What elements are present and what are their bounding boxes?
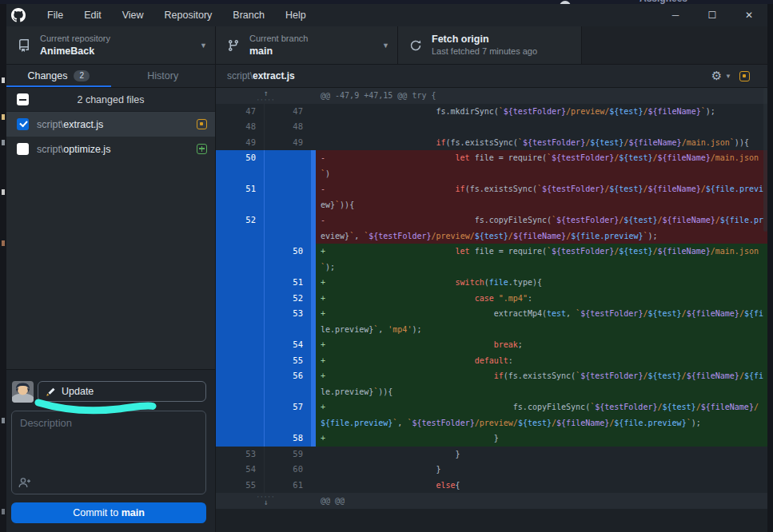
diff-line-marker: -	[321, 181, 325, 197]
diff-gutter-new-line-number[interactable]: 55	[264, 353, 311, 369]
diff-gutter-new-line-number[interactable]: 50	[264, 244, 311, 275]
diff-gutter-old-line-number[interactable]	[216, 275, 264, 291]
diff-gutter-old-line-number[interactable]: 48	[216, 119, 264, 135]
diff-gutter-new-line-number[interactable]: 51	[264, 275, 311, 291]
menu-file[interactable]: File	[37, 4, 74, 26]
diff-code-line: switch(file.type){	[321, 275, 767, 291]
diff-row[interactable]: 52+ case ".mp4":	[216, 291, 767, 307]
diff-code-line: `)	[321, 166, 767, 182]
diff-row[interactable]: 4747 fs.mkdirSync(`${testFolder}/preview…	[216, 104, 767, 120]
diff-gutter-new-line-number[interactable]: 60	[264, 462, 311, 478]
diff-code-cell: - if(fs.existsSync(`${testFolder}/${test…	[316, 181, 767, 212]
diff-options-caret-icon[interactable]: ▼	[725, 73, 731, 80]
minimize-button[interactable]: ─	[657, 4, 694, 26]
diff-gutter-old-line-number[interactable]: 50	[216, 150, 264, 181]
diff-gutter-old-line-number[interactable]	[216, 431, 264, 447]
diff-gutter-old-line-number[interactable]: 52	[216, 212, 264, 244]
diff-gutter-old-line-number[interactable]: 51	[216, 181, 264, 212]
diff-row[interactable]: 55+ default:	[216, 353, 767, 369]
diff-gutter-new-line-number[interactable]	[264, 181, 311, 212]
diff-row[interactable]: 57+ fs.copyFileSync(`${testFolder}/${tes…	[216, 399, 767, 431]
diff-gutter-new-line-number[interactable]: 47	[264, 104, 311, 120]
file-checkbox[interactable]	[17, 118, 29, 130]
current-branch-selector[interactable]: Current branch main ▼	[216, 26, 398, 64]
diff-gutter-old-line-number[interactable]	[216, 291, 264, 307]
diff-gutter-old-line-number[interactable]	[216, 244, 264, 275]
commit-summary-value: Update	[62, 386, 94, 397]
diff-gutter-new-line-number[interactable]: 61	[264, 478, 311, 494]
diff-gutter-new-line-number[interactable]: 54	[264, 337, 311, 353]
diff-gutter-new-line-number[interactable]: 49	[264, 135, 311, 151]
menu-help[interactable]: Help	[275, 4, 317, 26]
diff-row[interactable]: 52- fs.copyFileSync(`${testFolder}/${tes…	[216, 212, 767, 244]
diff-row[interactable]: 4949 if(fs.existsSync(`${testFolder}/${t…	[216, 135, 767, 151]
current-branch-label: Current branch	[249, 33, 308, 45]
diff-code-cell: + default:	[316, 353, 767, 369]
github-logo-icon	[11, 8, 26, 22]
tab-history[interactable]: History	[111, 65, 216, 87]
file-row-extract.js[interactable]: script\extract.js	[6, 112, 215, 137]
menu-branch[interactable]: Branch	[222, 4, 275, 26]
diff-gutter-new-line-number[interactable]	[264, 212, 311, 244]
diff-row[interactable]: 51- if(fs.existsSync(`${testFolder}/${te…	[216, 181, 767, 212]
expand-down-button[interactable]: ·····↓	[216, 493, 316, 509]
diff-row[interactable]: 53+ extractMp4(test, `${testFolder}/${te…	[216, 306, 767, 337]
diff-gutter-new-line-number[interactable]: 58	[264, 431, 311, 447]
diff-row[interactable]: 4848	[216, 119, 767, 135]
diff-gutter-old-line-number[interactable]: 47	[216, 104, 264, 120]
diff-code-cell: + fs.copyFileSync(`${testFolder}/${test}…	[316, 399, 767, 431]
diff-row[interactable]: 54+ break;	[216, 337, 767, 353]
diff-row[interactable]: ·····↓@@ @@	[216, 493, 767, 509]
tab-changes[interactable]: Changes 2	[6, 65, 111, 87]
commit-panel: Update Description Commit to main	[6, 369, 215, 532]
commit-description-textarea[interactable]: Description	[11, 411, 206, 494]
diff-options-gear-icon[interactable]: ⚙	[711, 69, 722, 83]
diff-row[interactable]: 51+ switch(file.type){	[216, 275, 767, 291]
diff-gutter-old-line-number[interactable]	[216, 337, 264, 353]
diff-gutter-old-line-number[interactable]	[216, 368, 264, 399]
diff-gutter-old-line-number[interactable]	[216, 399, 264, 431]
diff-gutter-old-line-number[interactable]: 53	[216, 447, 264, 463]
fetch-origin-button[interactable]: Fetch origin Last fetched 7 minutes ago	[398, 26, 582, 64]
menu-view[interactable]: View	[112, 4, 154, 26]
diff-gutter-new-line-number[interactable]: 57	[264, 399, 311, 431]
diff-gutter-new-line-number[interactable]	[264, 150, 311, 181]
diff-row[interactable]: 50+ let file = require(`${testFolder}/${…	[216, 244, 767, 275]
add-coauthor-icon[interactable]	[18, 477, 31, 488]
diff-gutter-new-line-number[interactable]: 52	[264, 291, 311, 307]
toolbar: Current repository AnimeBack ▼ Current b…	[6, 26, 767, 65]
diff-row[interactable]: 56+ if(fs.existsSync(`${testFolder}/${te…	[216, 368, 767, 399]
select-all-checkbox[interactable]	[17, 93, 29, 105]
diff-gutter-new-line-number[interactable]: 53	[264, 306, 311, 337]
diff-gutter-old-line-number[interactable]	[216, 306, 264, 337]
diff-row[interactable]: 5460 }	[216, 462, 767, 478]
diff-row[interactable]: 50- let file = require(`${testFolder}/${…	[216, 150, 767, 181]
diff-gutter-new-line-number[interactable]: 56	[264, 368, 311, 399]
commit-to-main-button[interactable]: Commit to main	[11, 502, 206, 523]
expand-up-button[interactable]: ↑·····	[216, 88, 316, 104]
menu-edit[interactable]: Edit	[74, 4, 112, 26]
diff-code-line: else{	[321, 478, 767, 494]
diff-code-line: @@ -47,9 +47,15 @@ try {	[321, 88, 767, 104]
diff-row[interactable]: ↑·····@@ -47,9 +47,15 @@ try {	[216, 88, 767, 104]
file-row-optimize.js[interactable]: script\optimize.js	[6, 137, 215, 161]
diff-row[interactable]: 5561 else{	[216, 478, 767, 494]
close-button[interactable]: ✕	[731, 4, 767, 26]
diff-gutter-new-line-number[interactable]: 48	[264, 119, 311, 135]
current-repository-selector[interactable]: Current repository AnimeBack ▼	[6, 26, 216, 64]
diff-gutter-old-line-number[interactable]: 55	[216, 478, 264, 494]
menu-repository[interactable]: Repository	[154, 4, 223, 26]
maximize-button[interactable]: ☐	[694, 4, 731, 26]
diff-gutter-new-line-number[interactable]: 59	[264, 447, 311, 463]
diff-gutter-old-line-number[interactable]	[216, 353, 264, 369]
diff-code-cell: - let file = require(`${testFolder}/${te…	[316, 150, 767, 181]
repository-dropdown-caret: ▼	[200, 42, 207, 50]
diff-row[interactable]: 58+ }	[216, 431, 767, 447]
commit-summary-input[interactable]: Update	[38, 381, 206, 402]
diff-row[interactable]: 5359 }	[216, 447, 767, 463]
diff-gutter-old-line-number[interactable]: 54	[216, 462, 264, 478]
file-checkbox[interactable]	[17, 143, 29, 155]
diff-gutter-old-line-number[interactable]: 49	[216, 135, 264, 151]
diff-scrollbar[interactable]	[763, 88, 767, 232]
github-desktop-window: FileEditViewRepositoryBranchHelp ─ ☐ ✕ C…	[6, 4, 767, 532]
